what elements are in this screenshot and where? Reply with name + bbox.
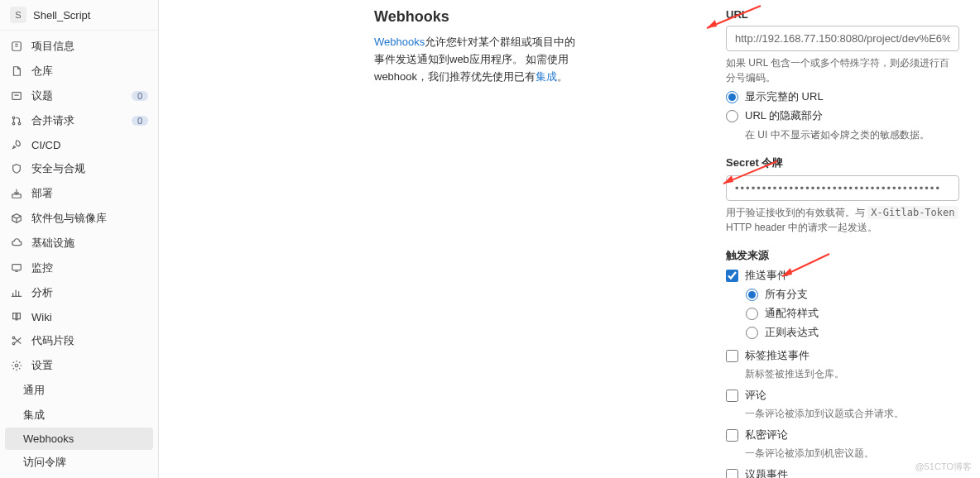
trigger-tag-push-row[interactable]: 标签推送事件 xyxy=(726,348,959,363)
sidebar-item-security[interactable]: 安全与合规 xyxy=(0,156,158,181)
regex-radio[interactable] xyxy=(746,327,758,339)
push-checkbox[interactable] xyxy=(726,270,738,282)
project-avatar: S xyxy=(10,7,26,23)
radio-label: 正则表达式 xyxy=(765,325,819,340)
sidebar-item-cicd[interactable]: CI/CD xyxy=(0,133,158,156)
svg-rect-3 xyxy=(12,93,22,100)
url-full-radio[interactable] xyxy=(726,91,738,103)
sub-label: 访问令牌 xyxy=(23,455,66,470)
check-label: 评论 xyxy=(745,388,766,403)
section-description: Webhooks Webhooks允许您针对某个群组或项目中的事件发送通知到we… xyxy=(159,8,598,478)
svg-line-18 xyxy=(15,338,21,343)
sidebar-item-wiki[interactable]: Wiki xyxy=(0,305,158,328)
nav-label: Wiki xyxy=(31,311,148,323)
svg-point-5 xyxy=(12,117,15,119)
sidebar-item-project-info[interactable]: 项目信息 xyxy=(0,34,158,59)
nav-label: 分析 xyxy=(31,285,148,300)
tag-push-checkbox[interactable] xyxy=(726,350,738,362)
nav-label: 设置 xyxy=(31,358,148,373)
comments-checkbox[interactable] xyxy=(726,390,738,402)
check-label: 议题事件 xyxy=(745,467,788,478)
sidebar-item-analytics[interactable]: 分析 xyxy=(0,280,158,305)
url-display-full-row[interactable]: 显示完整的 URL xyxy=(726,89,959,104)
chart-icon xyxy=(10,286,23,299)
push-all-branches-row[interactable]: 所有分支 xyxy=(746,287,959,302)
sidebar-sub-webhooks[interactable]: Webhooks xyxy=(5,428,153,450)
mr-count-badge: 0 xyxy=(132,116,148,126)
nav-label: 议题 xyxy=(31,88,132,103)
shield-icon xyxy=(10,162,23,175)
svg-rect-9 xyxy=(12,265,22,270)
sidebar-sub-integrations[interactable]: 集成 xyxy=(0,403,158,428)
check-label: 私密评论 xyxy=(745,428,788,442)
sidebar-sub-access-tokens[interactable]: 访问令牌 xyxy=(0,450,158,475)
sidebar-project-header[interactable]: S Shell_Script xyxy=(0,0,158,31)
secret-label: Secret 令牌 xyxy=(726,155,959,170)
nav-label: 软件包与镜像库 xyxy=(31,211,148,226)
nav-label: 安全与合规 xyxy=(31,161,148,176)
url-masked-radio[interactable] xyxy=(726,110,738,122)
sidebar-item-repository[interactable]: 仓库 xyxy=(0,59,158,84)
trigger-push-row[interactable]: 推送事件 xyxy=(726,268,959,283)
sidebar-item-snippets[interactable]: 代码片段 xyxy=(0,328,158,353)
sidebar-item-issues[interactable]: 议题0 xyxy=(0,84,158,108)
main-content: Webhooks Webhooks允许您针对某个群组或项目中的事件发送通知到we… xyxy=(159,0,980,478)
sidebar-item-settings[interactable]: 设置 xyxy=(0,353,158,378)
page-title: Webhooks xyxy=(374,8,581,26)
radio-label: URL 的隐藏部分 xyxy=(745,108,823,123)
push-wildcard-row[interactable]: 通配符样式 xyxy=(746,306,959,321)
radio-label: 所有分支 xyxy=(765,287,808,302)
svg-point-16 xyxy=(12,342,15,345)
svg-marker-21 xyxy=(707,20,717,28)
sidebar-item-infra[interactable]: 基础设施 xyxy=(0,231,158,256)
project-name: Shell_Script xyxy=(33,9,90,22)
secret-help: 用于验证接收到的有效载荷。与 X-Gitlab-Token HTTP heade… xyxy=(726,205,959,235)
sub-label: 通用 xyxy=(23,383,45,398)
nav-label: 仓库 xyxy=(31,64,148,79)
merge-icon xyxy=(10,114,23,127)
svg-point-7 xyxy=(18,122,21,125)
url-display-masked-row[interactable]: URL 的隐藏部分 xyxy=(726,108,959,123)
sidebar-sub-general[interactable]: 通用 xyxy=(0,378,158,403)
triggers-group: 触发来源 推送事件 所有分支 通配符样式 正则表达式 标签推送事件 新标签被推送… xyxy=(726,248,959,478)
sidebar-item-deploy[interactable]: 部署 xyxy=(0,181,158,206)
scissors-icon xyxy=(10,334,23,347)
deploy-icon xyxy=(10,187,23,200)
push-regex-row[interactable]: 正则表达式 xyxy=(746,325,959,340)
url-masked-help: 在 UI 中不显示诸如令牌之类的敏感数据。 xyxy=(745,127,959,142)
integrations-link[interactable]: 集成 xyxy=(536,70,557,83)
issues-count-badge: 0 xyxy=(132,91,148,101)
all-branches-radio[interactable] xyxy=(746,289,758,301)
info-icon xyxy=(10,40,23,53)
sidebar-item-packages[interactable]: 软件包与镜像库 xyxy=(0,206,158,231)
svg-point-15 xyxy=(12,337,15,339)
secret-input[interactable] xyxy=(726,175,959,201)
conf-comments-checkbox[interactable] xyxy=(726,429,738,442)
book-icon xyxy=(10,310,23,323)
wildcard-radio[interactable] xyxy=(746,308,758,320)
code-token: X-Gitlab-Token xyxy=(867,206,958,219)
cloud-icon xyxy=(10,237,23,250)
rocket-icon xyxy=(10,138,23,151)
secret-field-group: Secret 令牌 用于验证接收到的有效载荷。与 X-Gitlab-Token … xyxy=(726,155,959,235)
monitor-icon xyxy=(10,261,23,275)
sub-label: Webhooks xyxy=(23,433,74,445)
svg-line-17 xyxy=(15,338,21,343)
trigger-desc: 一条评论被添加到议题或合并请求。 xyxy=(745,407,959,421)
trigger-desc: 新标签被推送到仓库。 xyxy=(745,367,959,381)
gear-icon xyxy=(10,359,23,372)
trigger-comments-row[interactable]: 评论 xyxy=(726,388,959,403)
sidebar-item-monitor[interactable]: 监控 xyxy=(0,256,158,280)
webhooks-link[interactable]: Webhooks xyxy=(374,36,425,48)
package-icon xyxy=(10,212,23,225)
check-label: 推送事件 xyxy=(745,268,788,283)
url-input[interactable] xyxy=(726,26,959,51)
triggers-label: 触发来源 xyxy=(726,248,959,263)
svg-point-19 xyxy=(15,364,18,367)
nav-label: 部署 xyxy=(31,186,148,201)
trigger-conf-comments-row[interactable]: 私密评论 xyxy=(726,428,959,442)
issues-checkbox[interactable] xyxy=(726,469,738,478)
sidebar-item-merge-requests[interactable]: 合并请求0 xyxy=(0,108,158,133)
sidebar-sub-repository[interactable]: 仓库 xyxy=(0,475,158,478)
url-label: URL xyxy=(726,8,959,21)
